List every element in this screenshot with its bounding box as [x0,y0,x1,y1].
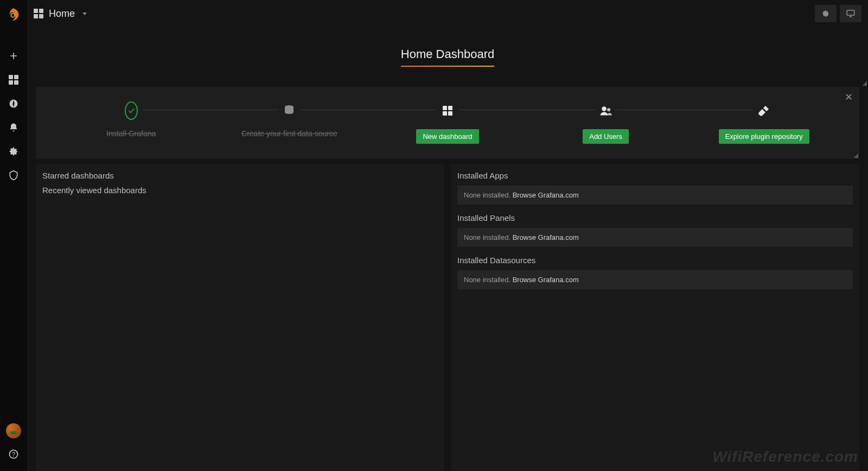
step-datasource-label: Create your first data source [241,129,337,138]
browse-panels-link[interactable]: Browse Grafana.com [513,233,579,241]
nav-configuration-icon[interactable] [8,145,20,157]
settings-button[interactable] [815,5,837,22]
step-install: Install Grafana [52,100,210,138]
browse-datasources-link[interactable]: Browse Grafana.com [513,276,579,284]
left-column-panel: Starred dashboards Recently viewed dashb… [36,164,444,471]
none-installed-text: None installed. [464,276,513,284]
hero-title: Home Dashboard [401,47,494,67]
installed-apps-empty: None installed. Browse Grafana.com [457,186,853,205]
gear-icon [821,9,830,18]
left-sidebar: ? [0,0,27,471]
close-icon[interactable]: ✕ [845,91,853,103]
nav-explore-icon[interactable] [8,98,20,110]
cycle-view-button[interactable] [840,5,861,22]
starred-dashboards-heading: Starred dashboards [42,171,438,180]
dashboard-picker[interactable]: Home [34,8,87,20]
nav-dashboards-icon[interactable] [8,74,20,86]
dashboards-grid-icon [34,9,43,18]
panel-resize-handle[interactable] [863,81,867,86]
add-users-button[interactable]: Add Users [583,129,629,144]
getting-started-panel: ✕ Install Grafana [36,87,859,159]
installed-datasources-empty: None installed. Browse Grafana.com [457,270,853,289]
chevron-down-icon [82,12,87,15]
svg-point-10 [602,106,607,111]
monitor-icon [846,9,856,18]
explore-plugins-button[interactable]: Explore plugin repository [719,129,809,144]
recent-dashboards-heading: Recently viewed dashboards [42,186,438,195]
none-installed-text: None installed. [464,233,513,241]
help-icon[interactable]: ? [8,448,20,460]
plug-icon [757,100,770,122]
page-title: Home [49,8,75,20]
svg-rect-4 [847,10,854,15]
step-datasource: Create your first data source [210,100,369,138]
users-icon [599,100,612,122]
nav-create-icon[interactable] [8,50,20,62]
user-avatar[interactable] [6,423,21,438]
browse-apps-link[interactable]: Browse Grafana.com [513,191,579,199]
installed-panels-heading: Installed Panels [457,213,853,222]
none-installed-text: None installed. [464,191,513,199]
installed-datasources-heading: Installed Datasources [457,256,853,265]
svg-rect-9 [448,111,452,116]
step-plugins: Explore plugin repository [685,100,843,144]
step-install-label: Install Grafana [106,129,156,138]
svg-rect-7 [448,106,452,110]
nav-alerting-icon[interactable] [8,122,20,133]
svg-rect-8 [443,111,447,116]
database-icon [283,100,296,122]
new-dashboard-button[interactable]: New dashboard [416,129,478,144]
grafana-swirl-icon [6,7,21,22]
right-column-panel: Installed Apps None installed. Browse Gr… [451,164,859,471]
step-add-users: Add Users [527,100,685,144]
hero-section: Home Dashboard [27,27,868,87]
svg-text:?: ? [12,451,15,457]
svg-point-11 [607,108,610,111]
installed-panels-empty: None installed. Browse Grafana.com [457,228,853,247]
panel-resize-handle[interactable] [854,154,858,158]
installed-apps-heading: Installed Apps [457,171,853,180]
check-circle-icon [125,101,138,120]
top-bar: Home [27,0,868,27]
step-new-dashboard: New dashboard [368,100,527,144]
grafana-logo[interactable] [0,1,27,28]
svg-point-0 [11,14,15,17]
main-content: Home Dashboard ✕ Install Grafana [27,27,868,471]
svg-rect-6 [443,106,447,110]
dashboard-icon [441,100,454,122]
nav-server-admin-icon[interactable] [8,169,20,181]
